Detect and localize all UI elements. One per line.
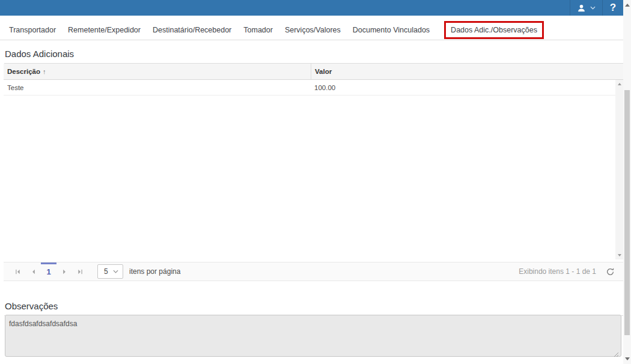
page-vertical-scrollbar[interactable] [623, 0, 631, 364]
page-size-dropdown[interactable]: 5 [97, 264, 123, 279]
column-header-valor[interactable]: Valor [311, 64, 623, 79]
pager-previous-button[interactable] [25, 262, 41, 281]
user-icon [577, 4, 586, 13]
pager-next-button[interactable] [56, 262, 72, 281]
refresh-button[interactable] [606, 267, 615, 276]
dados-adicionais-grid: Descrição ↑ Valor Teste 100.00 [4, 64, 623, 259]
sort-asc-icon: ↑ [43, 68, 46, 75]
observacoes-title: Observações [4, 301, 623, 316]
pager-first-button[interactable] [10, 262, 25, 281]
tab-tomador[interactable]: Tomador [237, 22, 279, 38]
help-icon: ? [610, 2, 616, 14]
tab-strip: Transportador Remetente/Expedidor Destin… [0, 20, 623, 40]
column-header-descricao-label: Descrição [7, 68, 40, 75]
annotation-highlight-box: Dados Adic./Observações [444, 21, 544, 39]
tab-remetente-expedidor[interactable]: Remetente/Expedidor [62, 22, 147, 38]
tab-documento-vinculados[interactable]: Documento Vinculados [347, 22, 436, 38]
chevron-down-icon [113, 270, 118, 273]
help-button[interactable]: ? [603, 0, 623, 16]
grid-header-row: Descrição ↑ Valor [4, 64, 623, 80]
scroll-down-icon[interactable] [618, 254, 621, 256]
dados-adicionais-title: Dados Adicionais [4, 49, 623, 64]
observacoes-textarea[interactable]: fdasfdsafdsafdsafdsa [5, 315, 621, 357]
grid-vertical-scrollbar[interactable] [615, 80, 623, 259]
pager-status-text: Exibindo itens 1 - 1 de 1 [519, 267, 596, 276]
refresh-icon [606, 267, 615, 276]
scroll-up-icon[interactable] [625, 4, 630, 7]
user-menu-button[interactable] [570, 0, 603, 16]
pager-page-1[interactable]: 1 [41, 262, 56, 281]
table-row[interactable]: Teste 100.00 [4, 80, 623, 96]
grid-pager: 1 5 itens por página Exibindo itens 1 - … [4, 262, 623, 281]
tab-destinatario-recebedor[interactable]: Destinatário/Recebedor [147, 22, 237, 38]
pager-last-button[interactable] [72, 262, 88, 281]
items-per-page-label: itens por página [129, 267, 180, 276]
column-header-valor-label: Valor [315, 68, 332, 75]
cell-valor: 100.00 [311, 84, 623, 91]
column-header-descricao[interactable]: Descrição ↑ [4, 64, 311, 79]
cell-descricao: Teste [4, 84, 311, 91]
chevron-down-icon [590, 6, 596, 10]
tab-servicos-valores[interactable]: Serviços/Valores [279, 22, 347, 38]
textarea-resize-handle[interactable] [613, 349, 619, 360]
scroll-down-icon[interactable] [625, 357, 630, 360]
tab-transportador[interactable]: Transportador [3, 22, 62, 38]
grid-body: Teste 100.00 [4, 80, 623, 259]
tab-dados-adic-observacoes[interactable]: Dados Adic./Observações [447, 24, 541, 36]
top-bar: ? [0, 0, 623, 16]
scrollbar-thumb[interactable] [624, 90, 630, 335]
scroll-up-icon[interactable] [618, 83, 621, 85]
page-size-value: 5 [104, 267, 108, 276]
